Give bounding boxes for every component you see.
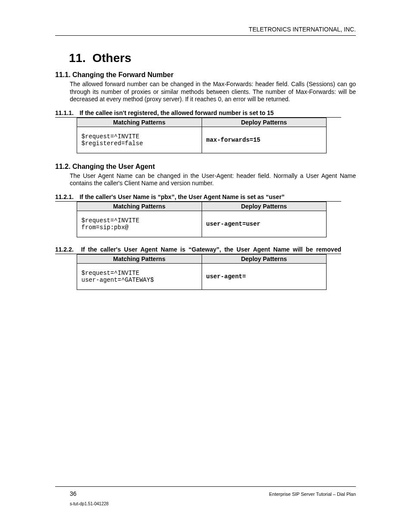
table-row: $request=^INVITE user-agent=^GATEWAY$ us… <box>77 263 327 289</box>
subsection-title: 11.2.1. If the caller's User Name is “pb… <box>55 193 341 202</box>
section-number: 11.2. <box>55 163 71 170</box>
section-title: 11.1. Changing the Forward Number <box>55 71 356 79</box>
page: TELETRONICS INTERNATIONAL, INC. 11. Othe… <box>0 0 411 532</box>
section-body: The allowed forward number can be change… <box>70 81 356 103</box>
subsection-number: 11.1.1. <box>55 109 74 116</box>
section-number: 11.1. <box>55 71 71 78</box>
subsection-heading: If the caller's User Name is “pbx”, the … <box>80 193 285 200</box>
table-row: Matching Patterns Deploy Patterns <box>77 202 327 211</box>
section-title: 11.2. Changing the User Agent <box>55 163 356 171</box>
col-matching: Matching Patterns <box>77 202 202 211</box>
subsection-title: 11.2.2. If the caller's User Agent Name … <box>55 246 341 254</box>
table-row: $request=^INVITE $registered=false max-f… <box>77 127 327 153</box>
col-deploy: Deploy Patterns <box>202 254 327 263</box>
col-deploy: Deploy Patterns <box>202 202 327 211</box>
matching-cell: $request=^INVITE $registered=false <box>77 127 202 153</box>
matching-cell: $request=^INVITE user-agent=^GATEWAY$ <box>77 263 202 289</box>
matching-cell: $request=^INVITE from=sip:pbx@ <box>77 211 202 237</box>
col-matching: Matching Patterns <box>77 254 202 263</box>
chapter-title: 11. Others <box>69 51 356 65</box>
chapter-name: Others <box>93 51 131 65</box>
section-heading: Changing the User Agent <box>72 163 155 170</box>
pattern-table: Matching Patterns Deploy Patterns $reque… <box>77 202 327 237</box>
section-body: The User Agent Name can be changed in th… <box>70 172 356 187</box>
deploy-cell: user-agent= <box>202 263 327 289</box>
section: 11.1. Changing the Forward Number The al… <box>55 71 356 153</box>
chapter-number: 11. <box>69 51 86 65</box>
page-footer: 36 Enterprise SIP Server Tutorial – Dial… <box>55 486 356 506</box>
subsection-heading: If the caller's User Agent Name is “Gate… <box>81 246 341 253</box>
header-company: TELETRONICS INTERNATIONAL, INC. <box>55 26 356 36</box>
table-row: $request=^INVITE from=sip:pbx@ user-agen… <box>77 211 327 237</box>
section: 11.2. Changing the User Agent The User A… <box>55 163 356 290</box>
subsection-number: 11.2.2. <box>55 246 74 253</box>
deploy-cell: max-forwards=15 <box>202 127 327 153</box>
pattern-table: Matching Patterns Deploy Patterns $reque… <box>77 254 327 290</box>
col-deploy: Deploy Patterns <box>202 118 327 127</box>
footer-row: 36 Enterprise SIP Server Tutorial – Dial… <box>55 490 356 497</box>
pattern-table: Matching Patterns Deploy Patterns $reque… <box>77 118 327 153</box>
subsection-title: 11.1.1. If the callee isn't registered, … <box>55 109 341 118</box>
table-row: Matching Patterns Deploy Patterns <box>77 254 327 263</box>
section-heading: Changing the Forward Number <box>72 71 174 78</box>
deploy-cell: user-agent=user <box>202 211 327 237</box>
col-matching: Matching Patterns <box>77 118 202 127</box>
subsection-number: 11.2.1. <box>55 193 74 200</box>
subsection-heading: If the callee isn't registered, the allo… <box>80 109 274 116</box>
footer-doc-id: s-tut-dp1.51-041228 <box>55 501 356 506</box>
footer-doc-title: Enterprise SIP Server Tutorial – Dial Pl… <box>269 492 356 497</box>
table-row: Matching Patterns Deploy Patterns <box>77 118 327 127</box>
footer-page-number: 36 <box>55 490 77 497</box>
